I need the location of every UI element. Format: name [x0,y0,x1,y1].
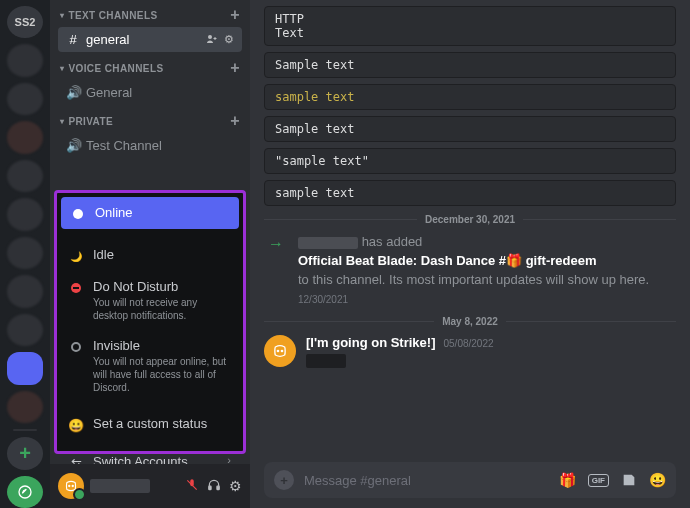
gear-icon[interactable]: ⚙ [224,33,234,46]
server-item[interactable] [7,237,43,269]
channel-sidebar: ▾TEXT CHANNELS + # general ⚙ ▾VOICE CHAN… [50,0,250,508]
user-avatar[interactable] [58,473,84,499]
server-item[interactable] [7,275,43,307]
date-divider: December 30, 2021 [264,214,676,225]
date-divider: May 8, 2022 [264,316,676,327]
svg-point-4 [72,485,74,487]
svg-point-0 [19,486,31,498]
code-block: sample text [264,84,676,110]
status-label: Set a custom status [93,416,207,431]
join-arrow-icon: → [264,235,288,253]
gift-button[interactable]: 🎁 [559,472,576,488]
sticker-button[interactable] [621,472,637,488]
hash-icon: # [66,32,80,47]
server-item[interactable] [7,83,43,115]
status-option-idle[interactable]: 🌙 Idle [57,239,243,271]
status-label: Online [95,205,133,220]
user-settings-button[interactable]: ⚙ [229,478,242,494]
message-input-bar: + Message #general 🎁 GIF 😀 [264,462,676,498]
timestamp: 12/30/2021 [298,294,348,305]
emoji-button[interactable]: 😀 [649,472,666,488]
svg-point-3 [68,485,70,487]
online-dot-icon [73,209,83,219]
channel-label: Test Channel [86,138,162,153]
status-label: Idle [93,247,114,262]
attach-button[interactable]: + [274,470,294,490]
status-option-online[interactable]: Online [61,197,239,229]
message-author[interactable]: [I'm going on Strike!] [306,335,435,350]
smiley-icon: 😀 [69,418,83,432]
channel-label: General [86,85,132,100]
username-redacted[interactable] [298,237,358,249]
add-channel-button[interactable]: + [230,112,240,130]
status-desc: You will not appear online, but will hav… [93,355,231,394]
section-private[interactable]: ▾PRIVATE + [50,106,250,132]
sys-title[interactable]: Official Beat Blade: Dash Dance #🎁 gift-… [298,253,596,268]
section-label: TEXT CHANNELS [68,10,157,21]
message-input[interactable]: Message #general [304,473,549,488]
code-block: HTTP Text [264,6,676,46]
rail-separator [13,429,37,431]
add-server-button[interactable]: + [7,437,43,469]
dnd-icon [71,283,81,293]
code-block: Sample text [264,52,676,78]
message-avatar[interactable] [264,335,296,367]
svg-point-2 [208,35,212,39]
sys-text: has added [362,234,423,249]
status-label: Invisible [93,338,231,353]
section-label: VOICE CHANNELS [68,63,163,74]
timestamp: 05/08/2022 [443,338,493,349]
status-desc: You will not receive any desktop notific… [93,296,231,322]
chevron-down-icon: ▾ [60,117,64,126]
section-voice-channels[interactable]: ▾VOICE CHANNELS + [50,53,250,79]
status-option-custom[interactable]: 😀 Set a custom status [57,408,243,440]
user-panel: ⚙ [50,464,250,508]
server-item-selected[interactable] [7,352,43,384]
chat-main: HTTP Text Sample text sample text Sample… [250,0,690,508]
add-channel-button[interactable]: + [230,59,240,77]
mute-mic-button[interactable] [185,478,199,494]
username-redacted[interactable] [90,479,150,493]
status-option-invisible[interactable]: Invisible You will not appear online, bu… [57,330,243,402]
svg-rect-6 [217,486,219,490]
voice-channel-general[interactable]: 🔊 General [58,80,242,105]
message-list: HTTP Text Sample text sample text Sample… [250,0,690,462]
sys-text: to this channel. Its most important upda… [298,272,649,287]
add-channel-button[interactable]: + [230,6,240,24]
idle-moon-icon: 🌙 [69,249,83,263]
status-menu-popup: Online 🌙 Idle Do Not Disturb You will no… [54,190,246,454]
svg-point-8 [281,350,284,353]
section-label: PRIVATE [68,116,113,127]
message-body-redacted [306,354,346,368]
svg-point-7 [277,350,280,353]
invite-icon[interactable] [206,33,218,46]
chevron-down-icon: ▾ [60,64,64,73]
section-text-channels[interactable]: ▾TEXT CHANNELS + [50,0,250,26]
chevron-down-icon: ▾ [60,11,64,20]
server-item[interactable] [7,121,43,153]
status-label: Do Not Disturb [93,279,231,294]
voice-channel-test[interactable]: 🔊 Test Channel [58,133,242,158]
explore-servers-button[interactable] [7,476,43,508]
svg-marker-1 [22,489,26,493]
channel-general[interactable]: # general ⚙ [58,27,242,52]
code-block: "sample text" [264,148,676,174]
chat-message: [I'm going on Strike!] 05/08/2022 [264,335,676,368]
server-item[interactable] [7,391,43,423]
code-block: sample text [264,180,676,206]
channel-label: general [86,32,129,47]
server-item[interactable] [7,160,43,192]
server-item[interactable] [7,198,43,230]
server-item[interactable] [7,314,43,346]
status-option-dnd[interactable]: Do Not Disturb You will not receive any … [57,271,243,330]
invisible-icon [71,342,81,352]
speaker-icon: 🔊 [66,138,80,153]
deafen-button[interactable] [207,478,221,494]
server-rail: SS2 + [0,0,50,508]
system-message: → has added Official Beat Blade: Dash Da… [264,233,676,308]
speaker-icon: 🔊 [66,85,80,100]
gif-button[interactable]: GIF [588,474,609,487]
server-item[interactable] [7,44,43,76]
code-block: Sample text [264,116,676,142]
server-home[interactable]: SS2 [7,6,43,38]
